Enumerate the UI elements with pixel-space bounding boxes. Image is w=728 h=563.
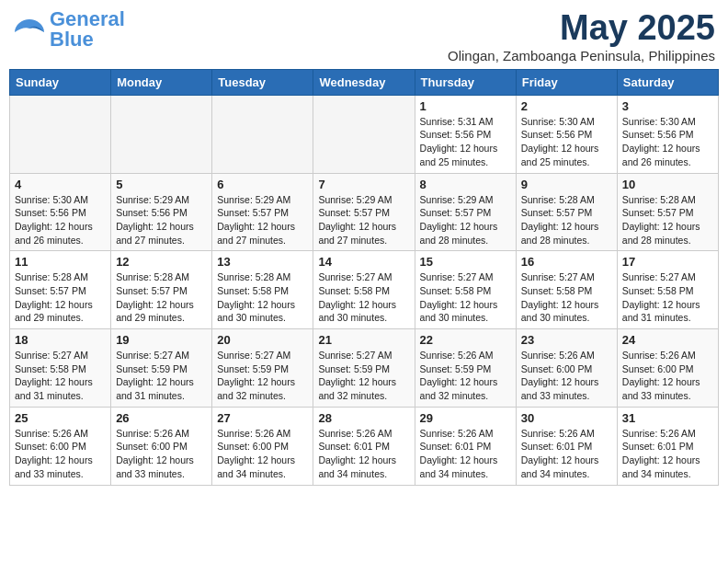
day-number: 9 bbox=[521, 178, 612, 191]
calendar-cell: 15Sunrise: 5:27 AMSunset: 5:58 PMDayligh… bbox=[415, 251, 516, 329]
day-info: Sunrise: 5:26 AMSunset: 6:01 PMDaylight:… bbox=[521, 427, 612, 481]
day-info: Sunrise: 5:29 AMSunset: 5:56 PMDaylight:… bbox=[116, 193, 207, 247]
day-number: 27 bbox=[217, 411, 308, 425]
day-info: Sunrise: 5:26 AMSunset: 5:59 PMDaylight:… bbox=[420, 349, 511, 403]
day-info: Sunrise: 5:27 AMSunset: 5:59 PMDaylight:… bbox=[217, 349, 308, 403]
calendar-cell: 28Sunrise: 5:26 AMSunset: 6:01 PMDayligh… bbox=[313, 407, 415, 485]
day-info: Sunrise: 5:28 AMSunset: 5:57 PMDaylight:… bbox=[622, 193, 713, 247]
day-info: Sunrise: 5:26 AMSunset: 6:00 PMDaylight:… bbox=[15, 427, 106, 481]
day-number: 13 bbox=[217, 255, 308, 269]
calendar-cell: 9Sunrise: 5:28 AMSunset: 5:57 PMDaylight… bbox=[516, 173, 617, 251]
calendar-cell bbox=[212, 95, 313, 173]
weekday-header-friday: Friday bbox=[516, 69, 617, 95]
day-info: Sunrise: 5:27 AMSunset: 5:58 PMDaylight:… bbox=[420, 270, 511, 325]
calendar-cell: 25Sunrise: 5:26 AMSunset: 6:00 PMDayligh… bbox=[10, 407, 111, 485]
calendar-cell: 27Sunrise: 5:26 AMSunset: 6:00 PMDayligh… bbox=[212, 407, 313, 485]
calendar-cell: 21Sunrise: 5:27 AMSunset: 5:59 PMDayligh… bbox=[313, 329, 415, 408]
day-info: Sunrise: 5:28 AMSunset: 5:57 PMDaylight:… bbox=[521, 193, 612, 247]
day-number: 3 bbox=[622, 99, 713, 113]
day-number: 30 bbox=[521, 411, 612, 425]
day-info: Sunrise: 5:26 AMSunset: 6:01 PMDaylight:… bbox=[420, 427, 511, 481]
week-row-4: 18Sunrise: 5:27 AMSunset: 5:58 PMDayligh… bbox=[10, 329, 719, 408]
day-number: 12 bbox=[116, 255, 207, 269]
day-number: 18 bbox=[15, 333, 106, 347]
day-info: Sunrise: 5:29 AMSunset: 5:57 PMDaylight:… bbox=[420, 193, 511, 247]
calendar-cell: 23Sunrise: 5:26 AMSunset: 6:00 PMDayligh… bbox=[516, 329, 617, 408]
day-number: 8 bbox=[420, 178, 511, 191]
logo-text: GeneralBlue bbox=[50, 7, 125, 51]
page-header: GeneralBlue May 2025 Olingan, Zamboanga … bbox=[9, 9, 719, 63]
calendar-cell bbox=[10, 95, 111, 173]
logo-icon bbox=[13, 16, 46, 43]
calendar-cell bbox=[111, 95, 212, 173]
weekday-header-wednesday: Wednesday bbox=[313, 69, 415, 95]
day-number: 23 bbox=[521, 333, 612, 347]
calendar-cell: 2Sunrise: 5:30 AMSunset: 5:56 PMDaylight… bbox=[516, 95, 617, 173]
calendar-cell: 6Sunrise: 5:29 AMSunset: 5:57 PMDaylight… bbox=[212, 173, 313, 251]
day-info: Sunrise: 5:26 AMSunset: 6:01 PMDaylight:… bbox=[622, 427, 713, 481]
day-number: 25 bbox=[15, 411, 106, 425]
day-info: Sunrise: 5:27 AMSunset: 5:58 PMDaylight:… bbox=[521, 270, 612, 325]
day-number: 5 bbox=[116, 178, 207, 191]
week-row-2: 4Sunrise: 5:30 AMSunset: 5:56 PMDaylight… bbox=[10, 173, 719, 251]
calendar-cell: 7Sunrise: 5:29 AMSunset: 5:57 PMDaylight… bbox=[313, 173, 415, 251]
day-info: Sunrise: 5:30 AMSunset: 5:56 PMDaylight:… bbox=[521, 115, 612, 169]
day-info: Sunrise: 5:27 AMSunset: 5:58 PMDaylight:… bbox=[622, 270, 713, 325]
week-row-3: 11Sunrise: 5:28 AMSunset: 5:57 PMDayligh… bbox=[10, 251, 719, 329]
week-row-5: 25Sunrise: 5:26 AMSunset: 6:00 PMDayligh… bbox=[10, 407, 719, 485]
day-info: Sunrise: 5:27 AMSunset: 5:58 PMDaylight:… bbox=[15, 349, 106, 403]
calendar-cell: 18Sunrise: 5:27 AMSunset: 5:58 PMDayligh… bbox=[10, 329, 111, 408]
weekday-header-saturday: Saturday bbox=[617, 69, 718, 95]
calendar-cell: 3Sunrise: 5:30 AMSunset: 5:56 PMDaylight… bbox=[617, 95, 718, 173]
day-info: Sunrise: 5:27 AMSunset: 5:59 PMDaylight:… bbox=[318, 349, 409, 403]
calendar-cell: 14Sunrise: 5:27 AMSunset: 5:58 PMDayligh… bbox=[313, 251, 415, 329]
calendar-cell: 24Sunrise: 5:26 AMSunset: 6:00 PMDayligh… bbox=[617, 329, 718, 408]
day-number: 28 bbox=[318, 411, 409, 425]
calendar-cell: 10Sunrise: 5:28 AMSunset: 5:57 PMDayligh… bbox=[617, 173, 718, 251]
day-info: Sunrise: 5:26 AMSunset: 6:00 PMDaylight:… bbox=[622, 349, 713, 403]
day-info: Sunrise: 5:30 AMSunset: 5:56 PMDaylight:… bbox=[622, 115, 713, 169]
calendar-cell bbox=[313, 95, 415, 173]
calendar-cell: 13Sunrise: 5:28 AMSunset: 5:58 PMDayligh… bbox=[212, 251, 313, 329]
calendar-cell: 19Sunrise: 5:27 AMSunset: 5:59 PMDayligh… bbox=[111, 329, 212, 408]
calendar-cell: 17Sunrise: 5:27 AMSunset: 5:58 PMDayligh… bbox=[617, 251, 718, 329]
day-number: 26 bbox=[116, 411, 207, 425]
day-info: Sunrise: 5:28 AMSunset: 5:58 PMDaylight:… bbox=[217, 270, 308, 325]
calendar-cell: 31Sunrise: 5:26 AMSunset: 6:01 PMDayligh… bbox=[617, 407, 718, 485]
day-number: 20 bbox=[217, 333, 308, 347]
calendar-cell: 16Sunrise: 5:27 AMSunset: 5:58 PMDayligh… bbox=[516, 251, 617, 329]
day-number: 6 bbox=[217, 178, 308, 191]
day-number: 11 bbox=[15, 255, 106, 269]
calendar-cell: 26Sunrise: 5:26 AMSunset: 6:00 PMDayligh… bbox=[111, 407, 212, 485]
day-info: Sunrise: 5:26 AMSunset: 6:01 PMDaylight:… bbox=[318, 427, 409, 481]
title-block: May 2025 Olingan, Zamboanga Peninsula, P… bbox=[448, 9, 715, 63]
day-info: Sunrise: 5:28 AMSunset: 5:57 PMDaylight:… bbox=[116, 270, 207, 325]
day-info: Sunrise: 5:26 AMSunset: 6:00 PMDaylight:… bbox=[521, 349, 612, 403]
day-number: 1 bbox=[420, 99, 511, 113]
day-number: 19 bbox=[116, 333, 207, 347]
weekday-header-monday: Monday bbox=[111, 69, 212, 95]
calendar-cell: 1Sunrise: 5:31 AMSunset: 5:56 PMDaylight… bbox=[415, 95, 516, 173]
day-info: Sunrise: 5:30 AMSunset: 5:56 PMDaylight:… bbox=[15, 193, 106, 247]
day-number: 21 bbox=[318, 333, 409, 347]
calendar-cell: 30Sunrise: 5:26 AMSunset: 6:01 PMDayligh… bbox=[516, 407, 617, 485]
day-info: Sunrise: 5:29 AMSunset: 5:57 PMDaylight:… bbox=[217, 193, 308, 247]
day-number: 2 bbox=[521, 99, 612, 113]
day-info: Sunrise: 5:26 AMSunset: 6:00 PMDaylight:… bbox=[217, 427, 308, 481]
day-number: 15 bbox=[420, 255, 511, 269]
day-number: 24 bbox=[622, 333, 713, 347]
day-info: Sunrise: 5:27 AMSunset: 5:58 PMDaylight:… bbox=[318, 270, 409, 325]
calendar-cell: 20Sunrise: 5:27 AMSunset: 5:59 PMDayligh… bbox=[212, 329, 313, 408]
day-number: 29 bbox=[420, 411, 511, 425]
day-number: 7 bbox=[318, 178, 409, 191]
calendar-cell: 22Sunrise: 5:26 AMSunset: 5:59 PMDayligh… bbox=[415, 329, 516, 408]
day-info: Sunrise: 5:26 AMSunset: 6:00 PMDaylight:… bbox=[116, 427, 207, 481]
week-row-1: 1Sunrise: 5:31 AMSunset: 5:56 PMDaylight… bbox=[10, 95, 719, 173]
weekday-header-tuesday: Tuesday bbox=[212, 69, 313, 95]
day-number: 17 bbox=[622, 255, 713, 269]
calendar-cell: 11Sunrise: 5:28 AMSunset: 5:57 PMDayligh… bbox=[10, 251, 111, 329]
calendar-cell: 29Sunrise: 5:26 AMSunset: 6:01 PMDayligh… bbox=[415, 407, 516, 485]
day-info: Sunrise: 5:28 AMSunset: 5:57 PMDaylight:… bbox=[15, 270, 106, 325]
weekday-header-thursday: Thursday bbox=[415, 69, 516, 95]
weekday-header-sunday: Sunday bbox=[10, 69, 111, 95]
